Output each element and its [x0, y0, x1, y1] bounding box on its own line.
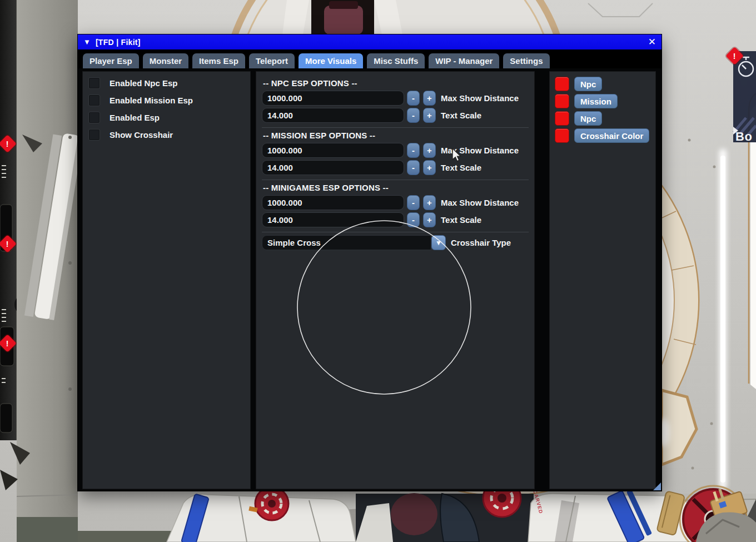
increment-button[interactable]: +: [423, 195, 436, 210]
increment-button[interactable]: +: [423, 160, 436, 175]
mech-joint-left: [255, 487, 289, 520]
tab-settings[interactable]: Settings: [503, 53, 549, 68]
npc-color-button[interactable]: Npc: [574, 77, 602, 91]
tab-more-visuals[interactable]: More Visuals: [299, 53, 363, 68]
increment-button[interactable]: +: [423, 143, 436, 158]
tab-teleport[interactable]: Teleport: [249, 53, 295, 68]
decrement-button[interactable]: -: [407, 195, 420, 210]
boss-hud-label: Bo: [735, 130, 752, 144]
screen: ! ! ! ! Bo CARVED ▼ [TFD | Fikit] ✕ Play…: [0, 0, 756, 542]
mission-max-show-distance-row: 1000.000 - + Max Show Distance: [262, 143, 529, 158]
tab-items-esp[interactable]: Items Esp: [192, 53, 245, 68]
mission-color-swatch[interactable]: [555, 94, 569, 108]
section-header-npc-esp: -- NPC ESP OPTIONS --: [263, 78, 529, 88]
mission-text-scale-row: 14.000 - + Text Scale: [262, 160, 529, 175]
mech-head-slot: [282, 0, 402, 34]
decrement-button[interactable]: -: [407, 212, 420, 227]
npc-max-show-distance-input[interactable]: 1000.000: [262, 91, 404, 106]
section-header-minigames-esp: -- MINIGAMES ESP OPTIONS --: [263, 183, 529, 192]
tab-wip-manager[interactable]: WIP - Manager: [429, 53, 499, 68]
npc2-color-button[interactable]: Npc: [574, 111, 602, 126]
npc-max-show-distance-row: 1000.000 - + Max Show Distance: [262, 91, 529, 106]
options-panel: -- NPC ESP OPTIONS -- 1000.000 - + Max S…: [256, 71, 535, 489]
crosshair-color-swatch[interactable]: [555, 128, 569, 143]
checkbox-enabled-mission-esp[interactable]: Enabled Mission Esp: [88, 95, 245, 106]
decrement-button[interactable]: -: [407, 143, 420, 158]
mission-color-button[interactable]: Mission: [574, 94, 618, 108]
hud-panel: [733, 51, 756, 142]
checkbox-enabled-esp[interactable]: Enabled Esp: [88, 112, 245, 123]
colors-panel: Npc Mission Npc Crosshair Color: [549, 71, 656, 489]
titlebar[interactable]: ▼ [TFD | Fikit] ✕: [78, 34, 662, 49]
minigames-max-show-distance-row: 1000.000 - + Max Show Distance: [262, 195, 529, 210]
crosshair-color-button[interactable]: Crosshair Color: [574, 128, 649, 143]
cheat-window: ▼ [TFD | Fikit] ✕ Player Esp Monster Ite…: [78, 34, 662, 491]
checkbox[interactable]: [88, 129, 100, 141]
tab-misc-stuffs[interactable]: Misc Stuffs: [367, 53, 425, 68]
close-icon[interactable]: ✕: [648, 37, 656, 47]
npc2-color-swatch[interactable]: [555, 111, 569, 126]
npc-color-row: Npc: [555, 77, 650, 91]
divider: [262, 232, 529, 232]
npc2-color-row: Npc: [555, 111, 650, 126]
mission-text-scale-input[interactable]: 14.000: [262, 160, 404, 175]
window-body: Enabled Npc Esp Enabled Mission Esp Enab…: [78, 68, 662, 491]
collapse-icon[interactable]: ▼: [83, 38, 91, 46]
divider: [262, 127, 529, 128]
minigames-text-scale-input[interactable]: 14.000: [262, 212, 404, 227]
crosshair-type-combo[interactable]: Simple Cross: [262, 235, 431, 250]
npc-text-scale-row: 14.000 - + Text Scale: [262, 108, 529, 123]
checkbox[interactable]: [88, 112, 100, 123]
npc-text-scale-input[interactable]: 14.000: [262, 108, 404, 123]
mission-max-show-distance-input[interactable]: 1000.000: [262, 143, 404, 158]
crosshair-type-row: Simple Cross ▼ Crosshair Type: [262, 235, 529, 250]
mission-color-row: Mission: [555, 94, 650, 108]
toggles-panel: Enabled Npc Esp Enabled Mission Esp Enab…: [82, 71, 251, 489]
resize-grip[interactable]: [653, 483, 661, 490]
tab-bar: Player Esp Monster Items Esp Teleport Mo…: [78, 49, 662, 68]
crosshair-color-row: Crosshair Color: [555, 128, 650, 143]
checkbox[interactable]: [88, 77, 100, 89]
divider: [262, 180, 529, 180]
section-header-mission-esp: -- MISSION ESP OPTIONS --: [263, 131, 529, 140]
checkbox-enabled-npc-esp[interactable]: Enabled Npc Esp: [88, 77, 245, 89]
decrement-button[interactable]: -: [407, 108, 420, 123]
decrement-button[interactable]: -: [407, 160, 420, 175]
chevron-down-icon[interactable]: ▼: [431, 235, 446, 250]
increment-button[interactable]: +: [423, 91, 436, 106]
minigames-text-scale-row: 14.000 - + Text Scale: [262, 212, 529, 227]
checkbox-show-crosshair[interactable]: Show Crosshair: [88, 129, 245, 141]
npc-color-swatch[interactable]: [555, 77, 569, 91]
tab-monster[interactable]: Monster: [143, 53, 188, 68]
window-title: [TFD | Fikit]: [96, 38, 141, 47]
increment-button[interactable]: +: [423, 108, 436, 123]
decrement-button[interactable]: -: [407, 91, 420, 106]
tab-player-esp[interactable]: Player Esp: [83, 53, 139, 68]
minigames-max-show-distance-input[interactable]: 1000.000: [262, 195, 404, 210]
checkbox[interactable]: [88, 95, 100, 106]
increment-button[interactable]: +: [423, 212, 436, 227]
